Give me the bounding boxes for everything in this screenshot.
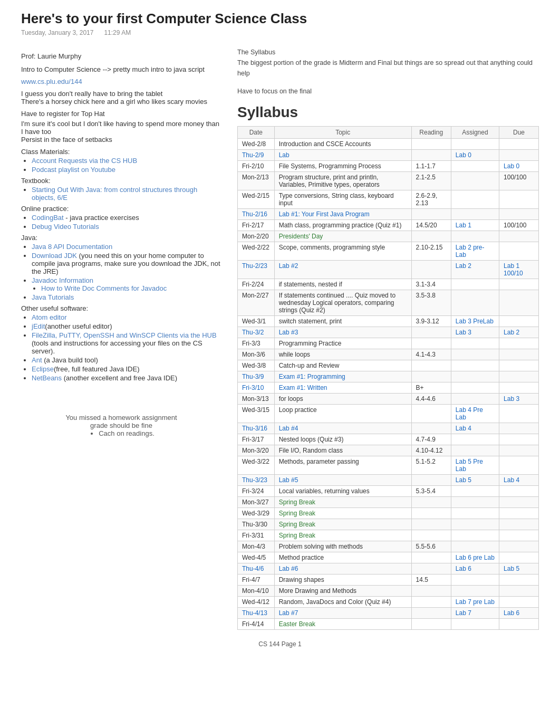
cell-date: Fri-4/14 (238, 619, 275, 630)
cell-reading (411, 497, 451, 508)
note-line2: grade should be fine (21, 422, 221, 429)
cell-topic: Loop practice (274, 405, 411, 423)
cell-assigned (451, 190, 499, 209)
cell-due (499, 316, 539, 327)
course-link[interactable]: www.cs.plu.edu/144 (21, 78, 82, 85)
textbook-link[interactable]: Starting Out With Java: from control str… (32, 186, 197, 202)
table-row: Fri-2/17 Math class, programming practic… (238, 220, 539, 231)
cell-topic: Lab (274, 150, 411, 161)
cell-date: Wed-3/1 (238, 316, 275, 327)
cell-assigned (451, 290, 499, 316)
table-row: Wed-4/5 Method practice Lab 6 pre Lab (238, 552, 539, 563)
ant-suffix: (a Java build tool) (42, 356, 98, 364)
time-label: 11:29 AM (104, 29, 131, 36)
table-row: Thu-3/2 Lab #3 Lab 3 Lab 2 (238, 327, 539, 338)
cell-reading (411, 405, 451, 423)
cell-date: Thu-2/16 (238, 209, 275, 220)
cell-topic: Math class, programming practice (Quiz #… (274, 220, 411, 231)
table-row: Thu-4/6 Lab #6 Lab 6 Lab 5 (238, 563, 539, 574)
filezilla-link[interactable]: FileZilla, PuTTY, OpenSSH and WinSCP Cli… (32, 331, 217, 339)
cell-assigned (451, 574, 499, 586)
table-row: Fri-4/7 Drawing shapes 14.5 (238, 574, 539, 586)
cell-reading: 3.9-3.12 (411, 316, 451, 327)
persist-1: I'm sure it's cool but I don't like havi… (21, 120, 221, 136)
atom-link[interactable]: Atom editor (32, 313, 66, 321)
cell-topic: Exam #1: Written (274, 382, 411, 394)
cell-due (499, 423, 539, 434)
cell-topic: Spring Break (274, 497, 411, 508)
ant-link[interactable]: Ant (32, 356, 42, 364)
cell-topic: Lab #4 (274, 423, 411, 434)
cell-date: Thu-2/9 (238, 150, 275, 161)
cell-topic: while loops (274, 349, 411, 360)
cm-link-1[interactable]: Account Requests via the CS HUB (32, 157, 137, 165)
cell-topic: Scope, comments, programming style (274, 242, 411, 261)
col-date: Date (238, 127, 275, 139)
cell-due (499, 382, 539, 394)
table-row: Mon-3/27 Spring Break (238, 497, 539, 508)
cell-reading (411, 475, 451, 486)
java-api-link[interactable]: Java 8 API Documentation (32, 243, 112, 251)
cell-date: Mon-2/13 (238, 172, 275, 190)
download-jdk-link[interactable]: Download JDK (32, 252, 77, 260)
cell-date: Wed-3/22 (238, 456, 275, 475)
cell-reading (411, 508, 451, 519)
cell-date: Fri-3/24 (238, 486, 275, 497)
cell-assigned: Lab 2 (451, 261, 499, 279)
textbook-list: Starting Out With Java: from control str… (32, 186, 221, 202)
cell-assigned (451, 394, 499, 405)
syllabus-table: Date Topic Reading Assigned Due Wed-2/8 … (237, 126, 539, 630)
cell-date: Wed-2/8 (238, 139, 275, 150)
cell-date: Wed-4/5 (238, 552, 275, 563)
cell-reading (411, 338, 451, 349)
javadoc-link[interactable]: Javadoc Information (32, 276, 93, 284)
java-tutorials-link[interactable]: Java Tutorials (32, 293, 74, 301)
note-bullet: Cach on readings. (99, 429, 155, 437)
persist-2: Persist in the face of setbacks (21, 136, 221, 143)
page-title: Here's to your first Computer Science Cl… (21, 11, 539, 27)
table-row: Thu-3/30 Spring Break (238, 519, 539, 530)
netbeans-link[interactable]: NetBeans (32, 374, 62, 382)
cell-date: Mon-3/6 (238, 349, 275, 360)
online-label: Online practice: (21, 205, 221, 213)
cell-reading: 4.4-4.6 (411, 394, 451, 405)
cell-topic: Lab #6 (274, 563, 411, 574)
note-1: I guess you don't really have to bring t… (21, 90, 221, 98)
cell-date: Fri-3/17 (238, 434, 275, 445)
cell-date: Thu-4/13 (238, 608, 275, 619)
cell-topic: Type conversions, String class, keyboard… (274, 190, 411, 209)
debug-link[interactable]: Debug Video Tutorials (32, 223, 99, 231)
javadoc-comments-link[interactable]: How to Write Doc Comments for Javadoc (41, 284, 167, 292)
table-row: Mon-3/6 while loops 4.1-4.3 (238, 349, 539, 360)
cell-reading: 2.6-2.9, 2.13 (411, 190, 451, 209)
table-row: Wed-2/22 Scope, comments, programming st… (238, 242, 539, 261)
cell-due (499, 541, 539, 552)
cell-due (499, 530, 539, 541)
cell-date: Mon-4/3 (238, 541, 275, 552)
table-row: Wed-3/1 switch statement, print 3.9-3.12… (238, 316, 539, 327)
other-label: Other useful software: (21, 304, 221, 312)
cell-due: 100/100 (499, 220, 539, 231)
cell-date: Thu-3/23 (238, 475, 275, 486)
persist-notes: I'm sure it's cool but I don't like havi… (21, 120, 221, 143)
cell-topic: for loops (274, 394, 411, 405)
table-row: Wed-2/15 Type conversions, String class,… (238, 190, 539, 209)
jedit-link[interactable]: jEdit (32, 322, 45, 330)
notes: I guess you don't really have to bring t… (21, 90, 221, 106)
table-row: Wed-3/8 Catch-up and Review (238, 360, 539, 371)
cell-date: Thu-3/9 (238, 371, 275, 382)
codingbat-link[interactable]: CodingBat (32, 214, 64, 222)
netbeans-suffix: (another excellent and free Java IDE) (62, 374, 177, 382)
cell-assigned: Lab 3 PreLab (451, 316, 499, 327)
cell-reading: 14.5/20 (411, 220, 451, 231)
cm-link-2[interactable]: Podcast playlist on Youtube (32, 166, 115, 174)
eclipse-link[interactable]: Eclipse (32, 365, 54, 373)
cell-topic: Lab #5 (274, 475, 411, 486)
cell-topic: if statements, nested if (274, 279, 411, 290)
cell-date: Mon-2/27 (238, 290, 275, 316)
table-row: Thu-2/23 Lab #2 Lab 2 Lab 1 100/10 (238, 261, 539, 279)
cell-assigned (451, 619, 499, 630)
cell-reading: 2.10-2.15 (411, 242, 451, 261)
java-label: Java: (21, 234, 221, 242)
table-row: Mon-3/20 File I/O, Random class 4.10-4.1… (238, 445, 539, 456)
